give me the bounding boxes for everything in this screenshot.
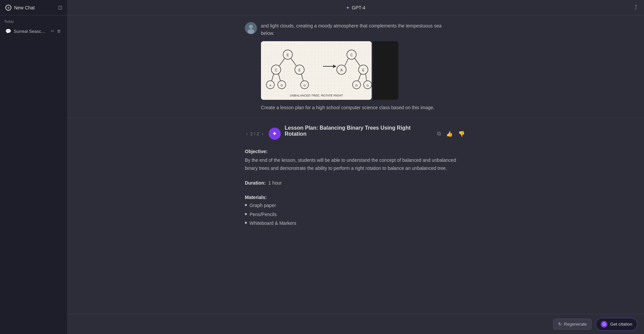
regenerate-button[interactable]: ↻ Regenerate bbox=[553, 319, 592, 330]
bullet-dot bbox=[245, 222, 247, 224]
pagination-next-button[interactable]: › bbox=[260, 131, 264, 137]
pagination-prev-button[interactable]: ‹ bbox=[245, 131, 249, 137]
ai-message-header: ‹ 2 / 2 › ✦ Lesson Plan: Balancing Binar… bbox=[245, 125, 466, 142]
avatar-image bbox=[245, 22, 257, 34]
attached-image-container: E C E A bbox=[261, 41, 466, 100]
delete-chat-button[interactable]: 🗑 bbox=[56, 28, 62, 34]
bottom-bar: ↻ Regenerate G Get citation bbox=[67, 314, 644, 334]
new-chat-button[interactable]: + New Chat bbox=[3, 3, 54, 13]
ai-logo-icon: ✦ bbox=[272, 130, 277, 137]
regenerate-icon: ↻ bbox=[558, 322, 562, 327]
svg-point-2 bbox=[248, 29, 254, 34]
layout-toggle-button[interactable]: ⊡ bbox=[56, 2, 64, 13]
ai-avatar: ✦ bbox=[269, 128, 281, 140]
thumbs-up-icon: 👍 bbox=[446, 131, 453, 137]
list-item: Graph paper bbox=[245, 202, 466, 209]
objective-section: Objective: By the end of the lesson, stu… bbox=[245, 148, 466, 172]
svg-text:A: A bbox=[340, 68, 343, 72]
attached-tree-image: E C E A bbox=[261, 41, 372, 100]
svg-text:E: E bbox=[299, 68, 301, 72]
svg-rect-3 bbox=[261, 41, 372, 100]
get-citation-label: Get citation bbox=[610, 322, 632, 327]
pagination-separator: / bbox=[254, 131, 256, 136]
svg-text:C: C bbox=[275, 68, 277, 72]
edit-icon: ✏ bbox=[51, 29, 54, 34]
pagination-total: 2 bbox=[257, 131, 259, 136]
ai-response-body: Objective: By the end of the lesson, stu… bbox=[245, 148, 466, 227]
ai-message-content: ‹ 2 / 2 › ✦ Lesson Plan: Balancing Binar… bbox=[238, 125, 473, 227]
user-message-with-avatar: and light clouds, creating a moody atmos… bbox=[245, 22, 466, 111]
copy-button[interactable]: ⧉ bbox=[436, 129, 442, 138]
material-item-1: Graph paper bbox=[250, 202, 276, 209]
user-prompt-text: Create a lesson plan for a high school c… bbox=[261, 104, 466, 111]
new-chat-label: New Chat bbox=[14, 5, 35, 10]
chevron-right-icon: › bbox=[262, 131, 263, 136]
duration-section: Duration: 1 hour bbox=[245, 179, 466, 187]
get-citation-button[interactable]: G Get citation bbox=[596, 318, 637, 331]
svg-text:E: E bbox=[287, 53, 289, 57]
topbar: ✦ GPT-4 ⤴ bbox=[67, 0, 644, 15]
sidebar-section-today: Today bbox=[0, 15, 67, 25]
chat-area[interactable]: and light clouds, creating a moody atmos… bbox=[67, 15, 644, 314]
main-content: ✦ GPT-4 ⤴ bbox=[67, 0, 644, 334]
svg-text:G: G bbox=[303, 84, 306, 87]
svg-text:G: G bbox=[366, 84, 369, 87]
share-button[interactable]: ⤴ bbox=[633, 3, 639, 12]
materials-section: Materials: Graph paper Pens/Pencils bbox=[245, 194, 466, 227]
svg-text:A: A bbox=[269, 84, 271, 87]
bullet-dot bbox=[245, 204, 247, 206]
duration-value: 1 hour bbox=[268, 180, 282, 186]
list-item: Pens/Pencils bbox=[245, 211, 466, 218]
sidebar-item-surreal-seascape[interactable]: 💬 Surreal Seascape with L ✏ 🗑 bbox=[2, 25, 65, 37]
thumbs-up-button[interactable]: 👍 bbox=[445, 129, 454, 138]
materials-label: Materials: bbox=[245, 194, 466, 202]
user-avatar bbox=[245, 22, 257, 34]
tree-diagram-svg: E C E A bbox=[261, 41, 372, 100]
copy-icon: ⧉ bbox=[437, 131, 441, 136]
layout-icon: ⊡ bbox=[58, 5, 62, 10]
chevron-left-icon: ‹ bbox=[246, 131, 248, 136]
chat-item-actions: ✏ 🗑 bbox=[50, 28, 62, 34]
regenerate-label: Regenerate bbox=[564, 322, 587, 327]
trash-icon: 🗑 bbox=[57, 29, 61, 34]
pagination: ‹ 2 / 2 › bbox=[245, 131, 265, 137]
user-message-content: and light clouds, creating a moody atmos… bbox=[238, 22, 473, 111]
sidebar: + New Chat ⊡ Today 💬 Surreal Seascape wi… bbox=[0, 0, 67, 334]
ai-response-area: ‹ 2 / 2 › ✦ Lesson Plan: Balancing Binar… bbox=[67, 118, 644, 235]
model-name-label: GPT-4 bbox=[352, 5, 365, 10]
svg-text:D: D bbox=[281, 84, 283, 87]
chat-bubble-icon: 💬 bbox=[5, 28, 11, 34]
edit-chat-button[interactable]: ✏ bbox=[50, 28, 55, 34]
thumbs-down-button[interactable]: 👎 bbox=[457, 129, 466, 138]
list-item: Whiteboard & Markers bbox=[245, 219, 466, 227]
ai-actions: ⧉ 👍 👎 bbox=[436, 129, 466, 138]
svg-point-1 bbox=[249, 25, 253, 29]
material-item-2: Pens/Pencils bbox=[250, 211, 277, 218]
partial-text: and light clouds, creating a moody atmos… bbox=[261, 22, 466, 37]
svg-text:E: E bbox=[362, 68, 365, 72]
get-citation-logo-icon: G bbox=[601, 321, 607, 328]
model-icon: ✦ bbox=[346, 5, 350, 10]
user-message-body: and light clouds, creating a moody atmos… bbox=[261, 22, 466, 111]
chat-title: Surreal Seascape with L bbox=[14, 29, 48, 34]
ai-response-title: Lesson Plan: Balancing Binary Trees Usin… bbox=[285, 125, 432, 137]
pagination-current: 2 bbox=[250, 131, 253, 136]
thumbs-down-icon: 👎 bbox=[458, 131, 465, 137]
share-icon: ⤴ bbox=[634, 4, 637, 11]
objective-text: By the end of the lesson, students will … bbox=[245, 156, 466, 173]
material-item-3: Whiteboard & Markers bbox=[250, 219, 296, 227]
user-message-area: and light clouds, creating a moody atmos… bbox=[67, 15, 644, 118]
image-dark-overlay bbox=[373, 41, 398, 100]
objective-label: Objective: bbox=[245, 149, 268, 154]
materials-list: Graph paper Pens/Pencils Whiteboard & Ma… bbox=[245, 202, 466, 227]
duration-label: Duration: bbox=[245, 180, 266, 186]
model-selector[interactable]: ✦ GPT-4 bbox=[346, 5, 365, 10]
sidebar-header: + New Chat ⊡ bbox=[0, 0, 67, 15]
bullet-dot bbox=[245, 213, 247, 215]
svg-text:UNBALANCED TREE, ROTATE RIGHT: UNBALANCED TREE, ROTATE RIGHT bbox=[290, 94, 343, 97]
svg-text:D: D bbox=[356, 84, 358, 87]
svg-text:C: C bbox=[350, 53, 353, 57]
plus-icon: + bbox=[5, 5, 11, 11]
